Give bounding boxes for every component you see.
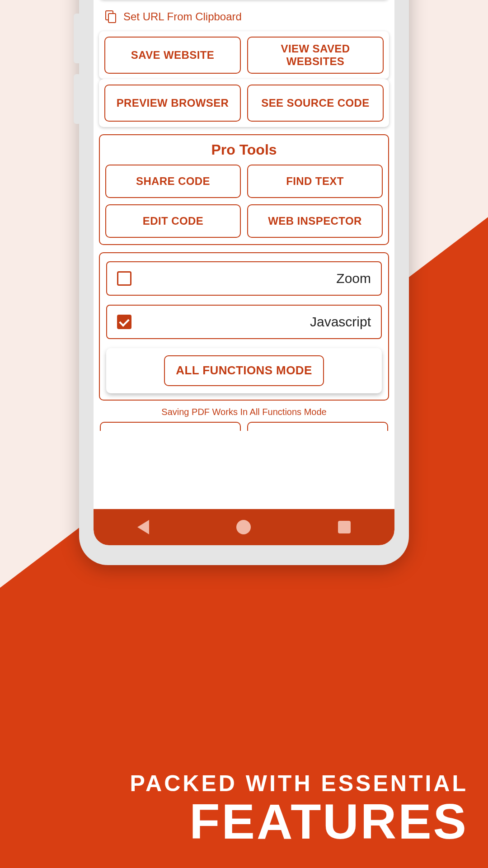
edit-code-button[interactable]: EDIT CODE [105, 204, 241, 238]
back-icon[interactable] [137, 520, 149, 534]
javascript-option-row[interactable]: Javascript [106, 305, 382, 339]
footnote-text: Saving PDF Works In All Functions Mode [99, 407, 389, 417]
save-website-button[interactable]: SAVE WEBSITE [104, 37, 241, 74]
phone-frame: URL : Set URL From Clipboard SAVE WEBSIT… [79, 0, 409, 565]
primary-actions-row-2: PREVIEW BROWSER SEE SOURCE CODE [99, 79, 389, 127]
pro-tools-panel: Pro Tools SHARE CODE FIND TEXT EDIT CODE… [99, 134, 389, 245]
javascript-checkbox[interactable] [117, 315, 131, 329]
find-text-button[interactable]: FIND TEXT [247, 165, 383, 198]
preview-browser-button[interactable]: PREVIEW BROWSER [104, 85, 241, 122]
home-icon[interactable] [236, 520, 251, 534]
view-saved-websites-button[interactable]: VIEW SAVED WEBSITES [247, 37, 384, 74]
android-navbar [94, 509, 394, 545]
device-volume-up [74, 14, 79, 63]
headline-line-1: PACKED WITH ESSENTIAL [130, 770, 468, 797]
peeking-button-row [99, 422, 389, 431]
share-code-button[interactable]: SHARE CODE [105, 165, 241, 198]
set-url-from-clipboard[interactable]: Set URL From Clipboard [99, 7, 389, 31]
web-inspector-button[interactable]: WEB INSPECTOR [247, 204, 383, 238]
marketing-headline: PACKED WITH ESSENTIAL FEATURES [130, 770, 468, 846]
recents-icon[interactable] [338, 521, 351, 533]
zoom-checkbox[interactable] [117, 271, 131, 286]
clipboard-label: Set URL From Clipboard [123, 10, 242, 23]
primary-actions-row-1: SAVE WEBSITE VIEW SAVED WEBSITES [99, 31, 389, 79]
copy-icon [104, 10, 117, 23]
javascript-label: Javascript [310, 314, 371, 330]
headline-line-2: FEATURES [130, 797, 468, 846]
pro-tools-title: Pro Tools [105, 142, 383, 158]
phone-screen: URL : Set URL From Clipboard SAVE WEBSIT… [94, 0, 394, 545]
peek-button-right[interactable] [247, 422, 388, 431]
peek-button-left[interactable] [100, 422, 241, 431]
app-content: URL : Set URL From Clipboard SAVE WEBSIT… [94, 0, 394, 509]
device-volume-down [74, 74, 79, 124]
options-panel: Zoom Javascript ALL FUNCTIONS MODE [99, 252, 389, 401]
all-functions-card: ALL FUNCTIONS MODE [106, 348, 382, 393]
zoom-option-row[interactable]: Zoom [106, 261, 382, 296]
all-functions-mode-button[interactable]: ALL FUNCTIONS MODE [164, 355, 324, 386]
see-source-code-button[interactable]: SEE SOURCE CODE [247, 85, 384, 122]
zoom-label: Zoom [336, 271, 371, 286]
